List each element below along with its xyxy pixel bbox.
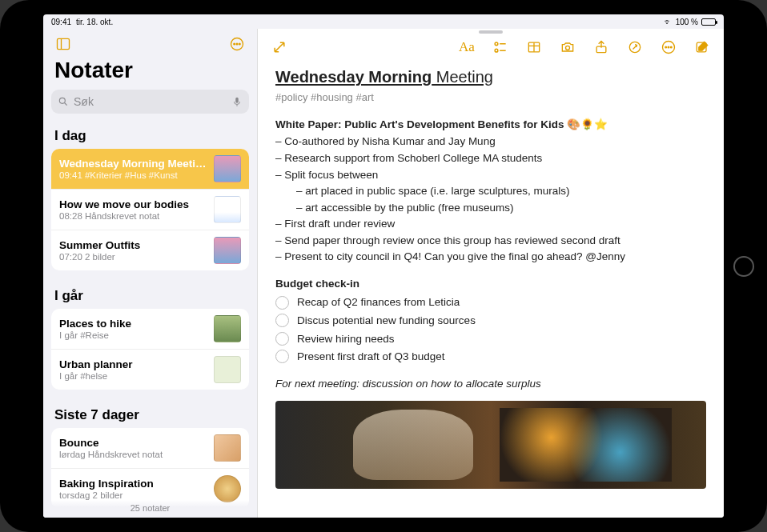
note-row[interactable]: How we move our bodies08:28 Håndskrevet … bbox=[51, 190, 249, 230]
note-line[interactable]: – Research support from Schoberl College… bbox=[275, 150, 706, 166]
note-row[interactable]: Summer Outfits07:20 2 bilder bbox=[51, 230, 249, 270]
wifi-icon: ᯤ bbox=[664, 17, 673, 26]
svg-point-21 bbox=[668, 46, 669, 48]
svg-point-3 bbox=[234, 43, 235, 45]
note-group: Places to hikeI går #ReiseUrban plannerI… bbox=[51, 309, 249, 390]
note-row-title: Summer Outfits bbox=[59, 239, 207, 251]
note-thumbnail bbox=[214, 315, 241, 342]
sidebar-toggle-icon[interactable] bbox=[53, 34, 74, 54]
svg-point-9 bbox=[495, 42, 498, 46]
checkbox-icon[interactable] bbox=[275, 296, 289, 310]
note-line[interactable]: – art placed in public space (i.e. large… bbox=[275, 183, 706, 199]
note-row-subtitle: 09:41 #Kriterier #Hus #Kunst bbox=[59, 170, 207, 180]
share-icon[interactable] bbox=[591, 37, 612, 58]
search-field[interactable] bbox=[51, 90, 249, 114]
checklist-item[interactable]: Review hiring needs bbox=[275, 331, 706, 347]
checklist-item[interactable]: Present first draft of Q3 budget bbox=[275, 349, 706, 365]
status-time: 09:41 bbox=[51, 18, 71, 26]
expand-icon[interactable] bbox=[269, 37, 290, 58]
status-bar: 09:41 tir. 18. okt. ᯤ 100 % bbox=[43, 14, 724, 29]
note-line[interactable]: – art accessible by the public (free mus… bbox=[275, 200, 706, 216]
note-title-rest: Meeting bbox=[432, 68, 493, 86]
note-row-title: Baking Inspiration bbox=[59, 478, 207, 490]
note-thumbnail bbox=[214, 155, 241, 182]
svg-point-6 bbox=[59, 98, 65, 103]
note-row[interactable]: Bouncelørdag Håndskrevet notat bbox=[51, 428, 249, 469]
notes-list[interactable]: I dagWednesday Morning Meeting09:41 #Kri… bbox=[43, 122, 257, 518]
checklist-label: Recap of Q2 finances from Leticia bbox=[297, 294, 460, 310]
section-header: I går bbox=[43, 282, 257, 309]
grabber-handle[interactable] bbox=[479, 30, 503, 34]
dictate-icon[interactable] bbox=[231, 96, 243, 107]
note-row[interactable]: Urban plannerI går #helse bbox=[51, 350, 249, 390]
checklist-item[interactable]: Discus potential new funding sources bbox=[275, 313, 706, 329]
followup-note[interactable]: For next meeting: discussion on how to a… bbox=[275, 376, 706, 392]
more-options-icon[interactable] bbox=[227, 34, 247, 54]
note-row-subtitle: I går #Reise bbox=[59, 330, 207, 340]
camera-icon[interactable] bbox=[557, 37, 578, 58]
note-row-title: Bounce bbox=[59, 437, 207, 449]
text-format-icon[interactable]: Aa bbox=[456, 37, 477, 58]
compose-icon[interactable] bbox=[692, 37, 713, 58]
note-line[interactable]: – Co-authored by Nisha Kumar and Jay Mun… bbox=[275, 134, 706, 150]
home-button[interactable] bbox=[733, 256, 754, 277]
svg-point-4 bbox=[236, 43, 238, 45]
svg-point-11 bbox=[495, 49, 498, 52]
markup-icon[interactable] bbox=[624, 37, 645, 58]
search-input[interactable] bbox=[74, 95, 227, 108]
note-row-title: Places to hike bbox=[59, 318, 207, 330]
status-date: tir. 18. okt. bbox=[76, 18, 113, 26]
note-row-subtitle: lørdag Håndskrevet notat bbox=[59, 450, 207, 459]
note-line[interactable]: – First draft under review bbox=[275, 216, 706, 232]
sidebar-footer-count: 25 notater bbox=[43, 500, 257, 518]
sidebar-title: Notater bbox=[43, 56, 257, 90]
budget-heading[interactable]: Budget check-in bbox=[275, 276, 706, 292]
battery-percent: 100 % bbox=[676, 18, 698, 26]
note-thumbnail bbox=[214, 237, 241, 264]
note-row-title: Wednesday Morning Meeting bbox=[59, 158, 207, 170]
note-row[interactable]: Places to hikeI går #Reise bbox=[51, 309, 249, 350]
checklist-icon[interactable] bbox=[490, 37, 511, 58]
ellipsis-icon[interactable] bbox=[658, 37, 679, 58]
note-line[interactable]: – Send paper through review once this gr… bbox=[275, 233, 706, 249]
section-header: Siste 7 dager bbox=[43, 401, 257, 428]
svg-rect-8 bbox=[235, 98, 239, 103]
svg-point-20 bbox=[665, 46, 667, 48]
note-group: Bouncelørdag Håndskrevet notatBaking Ins… bbox=[51, 428, 249, 509]
note-row[interactable]: Wednesday Morning Meeting09:41 #Kriterie… bbox=[51, 149, 249, 190]
note-tags[interactable]: #policy #housing #art bbox=[275, 90, 706, 106]
section-header: I dag bbox=[43, 122, 257, 149]
checklist-label: Present first draft of Q3 budget bbox=[297, 349, 445, 365]
note-row-subtitle: 08:28 Håndskrevet notat bbox=[59, 211, 207, 221]
note-title[interactable]: Wednesday Morning Meeting bbox=[275, 66, 706, 89]
svg-rect-0 bbox=[58, 38, 70, 49]
table-icon[interactable] bbox=[524, 37, 544, 58]
checkbox-icon[interactable] bbox=[275, 314, 289, 327]
note-line[interactable]: – Split focus between bbox=[275, 167, 706, 183]
checklist-item[interactable]: Recap of Q2 finances from Leticia bbox=[275, 294, 706, 310]
svg-point-22 bbox=[671, 46, 673, 48]
checkbox-icon[interactable] bbox=[275, 332, 289, 346]
search-icon bbox=[58, 96, 69, 107]
note-thumbnail bbox=[214, 356, 241, 383]
note-thumbnail bbox=[214, 434, 241, 462]
note-row-title: Urban planner bbox=[59, 358, 207, 370]
checklist-label: Review hiring needs bbox=[297, 331, 395, 347]
note-attached-image[interactable] bbox=[275, 401, 706, 489]
note-editor: Aa bbox=[258, 29, 724, 518]
white-paper-heading[interactable]: White Paper: Public Art's Development Be… bbox=[275, 117, 706, 133]
svg-line-7 bbox=[65, 103, 67, 106]
note-row-title: How we move our bodies bbox=[59, 198, 207, 210]
battery-icon bbox=[701, 18, 716, 26]
note-thumbnail bbox=[214, 196, 241, 223]
checklist-label: Discus potential new funding sources bbox=[297, 313, 476, 329]
svg-point-16 bbox=[566, 46, 570, 50]
notes-sidebar: Notater I dagWednesday Morning Meeting09… bbox=[43, 29, 258, 518]
note-body[interactable]: Wednesday Morning Meeting #policy #housi… bbox=[258, 62, 724, 518]
note-line[interactable]: – Present to city council in Q4! Can you… bbox=[275, 249, 706, 265]
note-row-subtitle: torsdag 2 bilder bbox=[59, 490, 207, 500]
checkbox-icon[interactable] bbox=[275, 350, 289, 363]
editor-toolbar: Aa bbox=[258, 29, 724, 62]
note-row-subtitle: 07:20 2 bilder bbox=[59, 252, 207, 262]
note-row-subtitle: I går #helse bbox=[59, 371, 207, 381]
